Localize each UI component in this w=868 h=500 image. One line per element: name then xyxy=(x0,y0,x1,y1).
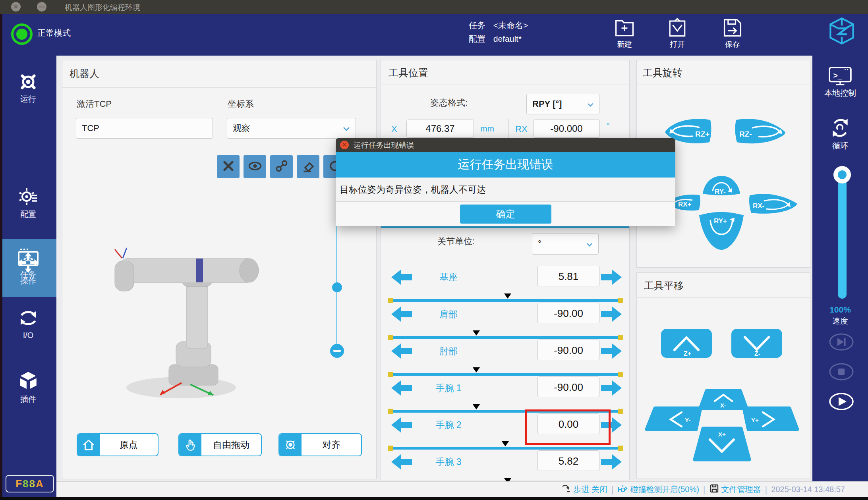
joint-slider[interactable] xyxy=(389,297,621,303)
dialog-ok-button[interactable]: 确定 xyxy=(460,205,551,224)
speed-label: 速度 xyxy=(812,316,868,326)
home-icon xyxy=(77,434,100,456)
step-icon xyxy=(561,484,571,495)
translate-y-minus-button[interactable]: Y- xyxy=(647,408,700,429)
save-button[interactable]: 保存 xyxy=(715,18,750,50)
svg-text:>_: >_ xyxy=(833,71,842,80)
local-control-item[interactable]: >_ 本地控制 xyxy=(812,67,868,98)
window-minimize-icon[interactable]: — xyxy=(37,2,46,12)
joint-value-box[interactable]: -90.00 xyxy=(537,303,599,323)
joint-increase-button[interactable] xyxy=(601,306,622,322)
rotate-ry-plus-button[interactable]: RY+ xyxy=(699,212,744,250)
joint-decrease-button[interactable] xyxy=(391,454,412,470)
speed-slider-track[interactable] xyxy=(838,173,847,299)
translate-z-plus-button[interactable]: Z+ xyxy=(661,329,712,358)
joint-value-box[interactable]: 5.82 xyxy=(537,450,599,471)
svg-text:RZ-: RZ- xyxy=(739,130,752,138)
left-edge-strip xyxy=(0,14,2,497)
x-value-box[interactable]: 476.37 xyxy=(406,120,474,138)
right-sidebar: >_ 本地控制 循环 100% 速度 xyxy=(812,56,868,481)
stop-button[interactable] xyxy=(829,363,854,381)
step-forward-button[interactable] xyxy=(829,333,854,351)
translate-x-plus-button[interactable]: X+ xyxy=(695,429,749,459)
dialog-button-row: 确定 xyxy=(336,202,675,226)
joint-decrease-button[interactable] xyxy=(391,343,412,359)
loop-item[interactable]: 循环 xyxy=(812,117,868,151)
joint-increase-button[interactable] xyxy=(601,343,622,359)
error-highlight-box xyxy=(525,409,611,445)
joint-label: 肘部 xyxy=(413,345,484,357)
joint-slider[interactable] xyxy=(389,334,621,340)
joint-increase-button[interactable] xyxy=(601,380,622,396)
rotate-rx-minus-button[interactable]: RX- xyxy=(749,194,797,214)
open-file-icon xyxy=(659,18,695,38)
separator: | xyxy=(611,485,614,495)
status-bar: 步进 关闭 | 碰撞检测开启(50%) | 文件管理器 | 2025-03-14… xyxy=(56,481,868,497)
tool-position-panel: 工具位置 姿态格式: RPY [°] X 476.37 mm RX -90.00… xyxy=(381,60,630,480)
cube-icon xyxy=(0,370,56,392)
left-sidebar: 运行 配置 </> 任务 操作 I xyxy=(0,56,56,497)
dialog-close-icon[interactable]: ✕ xyxy=(340,141,349,149)
joint-unit-select[interactable]: ° xyxy=(532,233,599,255)
move-arrows-icon xyxy=(0,252,56,273)
sidebar-item-config[interactable]: 配置 xyxy=(0,187,56,220)
svg-text:RY+: RY+ xyxy=(714,217,727,225)
joint-increase-button[interactable] xyxy=(601,454,622,470)
joint-decrease-button[interactable] xyxy=(391,269,412,286)
align-button[interactable]: 对齐 xyxy=(278,433,362,456)
sidebar-item-io[interactable]: I/O xyxy=(0,308,56,340)
joint-slider-marker xyxy=(473,330,480,336)
view-zoom-handle[interactable] xyxy=(332,282,342,292)
step-mode-status[interactable]: 步进 关闭 xyxy=(561,484,607,495)
svg-text:RX+: RX+ xyxy=(678,201,692,208)
window-close-icon[interactable]: ✕ xyxy=(11,2,21,12)
rotate-ry-minus-button[interactable]: RY- xyxy=(703,176,740,195)
window-title: 机器人图形化编程环境 xyxy=(65,2,140,13)
sidebar-item-plugin[interactable]: 插件 xyxy=(0,370,56,405)
collision-status[interactable]: 碰撞检测开启(50%) xyxy=(617,484,699,495)
zoom-out-button[interactable] xyxy=(330,344,344,358)
pose-format-select[interactable]: RPY [°] xyxy=(526,94,599,114)
fkey-badge[interactable]: F88A xyxy=(6,475,54,492)
svg-text:X-: X- xyxy=(720,402,726,409)
save-icon xyxy=(715,18,750,38)
free-drag-button[interactable]: 自由拖动 xyxy=(178,433,262,456)
joint-slider-marker xyxy=(473,367,480,373)
new-button[interactable]: 新建 xyxy=(607,18,642,50)
svg-text:RZ+: RZ+ xyxy=(695,130,709,138)
speed-slider-handle[interactable] xyxy=(833,166,851,183)
divider xyxy=(381,85,629,85)
joint-value-box[interactable]: -90.00 xyxy=(537,340,599,360)
rx-axis-label: RX xyxy=(515,124,528,134)
translate-z-minus-button[interactable]: Z- xyxy=(731,329,782,358)
svg-text:RY-: RY- xyxy=(715,188,726,195)
robot-3d-view[interactable] xyxy=(62,60,377,479)
sidebar-item-operate[interactable]: 操作 xyxy=(0,252,56,286)
open-button[interactable]: 打开 xyxy=(659,18,695,50)
joint-value-box[interactable]: -90.00 xyxy=(537,376,599,397)
joint-decrease-button[interactable] xyxy=(391,306,412,322)
joint-decrease-button[interactable] xyxy=(391,380,412,396)
rotate-rz-minus-button[interactable]: RZ- xyxy=(735,119,785,143)
task-config-block: 任务 <未命名> 配置 default* xyxy=(469,19,528,46)
joint-value-box[interactable]: 5.81 xyxy=(537,266,599,286)
joint-label: 手腕 1 xyxy=(413,382,484,394)
home-position-button[interactable]: 原点 xyxy=(77,433,159,456)
sidebar-item-run[interactable]: 运行 xyxy=(0,72,56,104)
new-file-icon xyxy=(607,18,642,38)
play-button[interactable] xyxy=(829,392,854,411)
dialog-message: 目标位姿为奇异位姿，机器人不可达 xyxy=(336,178,675,202)
joint-slider[interactable] xyxy=(389,371,621,377)
dialog-titlebar[interactable]: ✕ 运行任务出现错误 xyxy=(336,138,675,152)
file-manager-item[interactable]: 文件管理器 xyxy=(709,484,761,495)
joint-decrease-button[interactable] xyxy=(391,417,412,433)
joint-increase-button[interactable] xyxy=(601,269,622,286)
joint-slider[interactable] xyxy=(389,445,621,451)
window-titlebar: ✕ — 机器人图形化编程环境 xyxy=(0,0,868,14)
svg-text:Z+: Z+ xyxy=(684,350,691,357)
rx-value-box[interactable]: -90.000 xyxy=(533,120,600,138)
chevron-down-icon xyxy=(586,239,593,249)
collision-icon xyxy=(617,484,628,495)
translate-y-plus-button[interactable]: Y+ xyxy=(744,408,797,429)
translate-x-minus-button[interactable]: X- xyxy=(700,391,746,409)
